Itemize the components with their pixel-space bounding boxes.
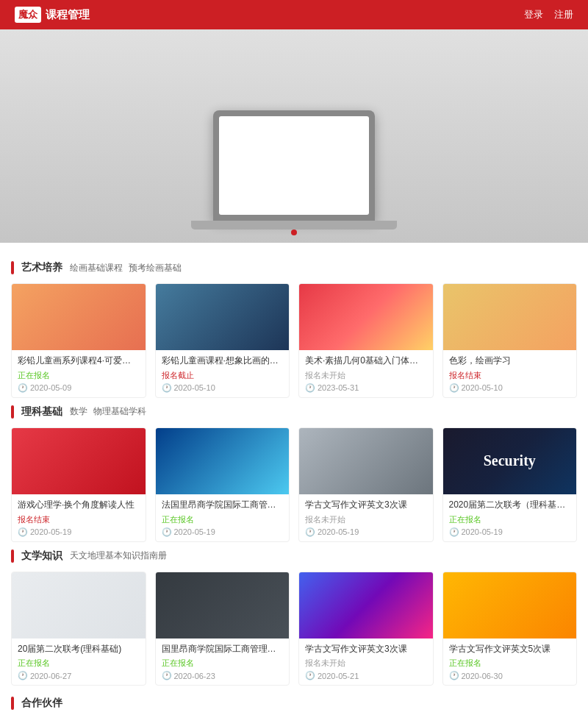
- course-status: 报名结束: [18, 514, 140, 525]
- course-status: 正在报名: [162, 514, 284, 525]
- course-card[interactable]: 彩铅儿童画课程·想象比画的像更有益 报名截止 🕐2020-05-10: [155, 283, 290, 398]
- course-card[interactable]: 学古文写作文评英文3次课 报名未开始 🕐2020-05-21: [298, 572, 434, 686]
- course-info: 彩铅儿童画系列课程4·可爱的玩具 正在报名 🕐2020-05-09: [12, 350, 146, 397]
- course-status: 报名未开始: [305, 658, 427, 669]
- course-card[interactable]: 色彩，绘画学习 报名结束 🕐2020-05-10: [442, 283, 578, 398]
- course-card[interactable]: Security 2020届第二次联考（理科基础） 正在报名 🕐2020-05-…: [442, 427, 578, 542]
- literature-tags: 天文地理基本知识指南册: [70, 549, 167, 562]
- course-date: 🕐2020-05-21: [305, 671, 427, 680]
- header-nav: 登录 注册: [524, 8, 573, 21]
- course-image: [156, 284, 290, 350]
- partners-header: 合作伙伴: [11, 697, 577, 710]
- course-date: 🕐2020-05-10: [162, 383, 284, 393]
- course-image: [299, 428, 433, 494]
- science-tag-1[interactable]: 物理基础学科: [93, 405, 146, 418]
- course-info: 游戏心理学·换个角度解读人性 报名结束 🕐2020-05-19: [12, 494, 146, 541]
- course-info: 20届第二次联考(理科基础) 正在报名 🕐2020-06-27: [12, 638, 146, 686]
- partners-section: 合作伙伴 NEW 魔众 活动报名 NEW 魔众 人才招聘 NEW 魔众 题库系统…: [11, 697, 577, 715]
- art-tag-0[interactable]: 绘画基础课程: [70, 262, 123, 274]
- literature-section-header: 文学知识 天文地理基本知识指南册: [11, 549, 577, 563]
- literature-tag-0[interactable]: 天文地理基本知识指南册: [70, 549, 167, 562]
- course-info: 2020届第二次联考（理科基础） 正在报名 🕐2020-05-19: [443, 494, 577, 541]
- science-section-header: 理科基础 数学 物理基础学科: [11, 405, 577, 419]
- banner-inner: [0, 29, 588, 243]
- science-section-title: 理科基础: [21, 405, 62, 419]
- science-tags: 数学 物理基础学科: [70, 405, 146, 418]
- course-title: 彩铅儿童画系列课程4·可爱的玩具: [18, 355, 140, 367]
- logo-text: 课程管理: [46, 8, 90, 22]
- section-bar-science: [11, 405, 14, 419]
- course-info: 学古文写作文评英文3次课 报名未开始 🕐2020-05-21: [299, 638, 433, 686]
- course-info: 学古文写作文评英文3次课 报名未开始 🕐2020-05-19: [299, 494, 433, 541]
- course-title: 国里昂商学院国际工商管理本科招生培...: [162, 643, 284, 655]
- literature-course-grid: 20届第二次联考(理科基础) 正在报名 🕐2020-06-27 国里昂商学院国际…: [11, 572, 577, 686]
- logo-area: 魔众 课程管理: [15, 7, 90, 23]
- course-card[interactable]: 美术·素描几何0基础入门体系课程 报名未开始 🕐2023-05-31: [298, 283, 434, 398]
- course-title: 彩铅儿童画课程·想象比画的像更有益: [162, 355, 284, 367]
- course-info: 国里昂商学院国际工商管理本科招生培... 正在报名 🕐2020-06-23: [156, 638, 290, 686]
- course-image: [12, 572, 146, 638]
- course-date: 🕐2020-05-19: [18, 527, 140, 537]
- course-date: 🕐2020-05-19: [162, 527, 284, 537]
- art-section-title: 艺术培养: [21, 261, 62, 274]
- course-image: [299, 284, 433, 350]
- course-status: 报名截止: [162, 370, 284, 381]
- course-card[interactable]: 20届第二次联考(理科基础) 正在报名 🕐2020-06-27: [11, 572, 146, 686]
- course-title: 美术·素描几何0基础入门体系课程: [305, 355, 427, 367]
- course-image: Security: [443, 428, 577, 494]
- science-tag-0[interactable]: 数学: [70, 405, 87, 418]
- literature-section-title: 文学知识: [21, 549, 62, 563]
- course-status: 正在报名: [449, 514, 571, 525]
- art-tag-1[interactable]: 预考绘画基础: [129, 262, 182, 274]
- course-info: 学古文写作文评英文5次课 正在报名 🕐2020-06-30: [443, 638, 577, 686]
- course-card[interactable]: 学古文写作文评英文5次课 正在报名 🕐2020-06-30: [442, 572, 578, 686]
- course-status: 正在报名: [449, 658, 571, 669]
- course-card[interactable]: 法国里昂商学院国际工商管理本科招生... 正在报名 🕐2020-05-19: [155, 427, 290, 542]
- art-tags: 绘画基础课程 预考绘画基础: [70, 262, 182, 274]
- login-link[interactable]: 登录: [524, 8, 543, 21]
- course-status: 报名结束: [449, 370, 571, 381]
- course-status: 报名未开始: [305, 514, 427, 525]
- course-title: 游戏心理学·换个角度解读人性: [18, 499, 140, 511]
- course-info: 美术·素描几何0基础入门体系课程 报名未开始 🕐2023-05-31: [299, 350, 433, 397]
- course-status: 正在报名: [18, 370, 140, 381]
- main-content: 艺术培养 绘画基础课程 预考绘画基础 彩铅儿童画系列课程4·可爱的玩具 正在报名…: [0, 243, 588, 715]
- course-info: 彩铅儿童画课程·想象比画的像更有益 报名截止 🕐2020-05-10: [156, 350, 290, 397]
- course-date: 🕐2023-05-31: [305, 383, 427, 393]
- course-status: 正在报名: [18, 658, 140, 669]
- course-title: 2020届第二次联考（理科基础）: [449, 499, 571, 511]
- banner: [0, 29, 588, 243]
- course-date: 🕐2020-05-10: [449, 383, 571, 393]
- register-link[interactable]: 注册: [554, 8, 573, 21]
- course-title: 色彩，绘画学习: [449, 355, 571, 367]
- section-bar-literature: [11, 549, 14, 563]
- course-status: 正在报名: [162, 658, 284, 669]
- course-date: 🕐2020-05-09: [18, 383, 140, 393]
- art-course-grid: 彩铅儿童画系列课程4·可爱的玩具 正在报名 🕐2020-05-09 彩铅儿童画课…: [11, 283, 577, 398]
- course-status: 报名未开始: [305, 370, 427, 381]
- banner-laptop-image: [213, 110, 375, 221]
- course-image: [12, 284, 146, 350]
- course-card[interactable]: 游戏心理学·换个角度解读人性 报名结束 🕐2020-05-19: [11, 427, 146, 542]
- course-title: 学古文写作文评英文5次课: [449, 643, 571, 655]
- course-image: [443, 284, 577, 350]
- course-title: 20届第二次联考(理科基础): [18, 643, 140, 655]
- course-info: 法国里昂商学院国际工商管理本科招生... 正在报名 🕐2020-05-19: [156, 494, 290, 541]
- course-card[interactable]: 学古文写作文评英文3次课 报名未开始 🕐2020-05-19: [298, 427, 434, 542]
- course-title: 学古文写作文评英文3次课: [305, 643, 427, 655]
- course-image: [443, 572, 577, 638]
- course-info: 色彩，绘画学习 报名结束 🕐2020-05-10: [443, 350, 577, 397]
- section-bar-art: [11, 261, 14, 274]
- logo-box: 魔众: [15, 7, 41, 23]
- course-date: 🕐2020-05-19: [305, 527, 427, 537]
- course-date: 🕐2020-06-30: [449, 671, 571, 680]
- course-image: [156, 572, 290, 638]
- partners-title: 合作伙伴: [21, 697, 62, 710]
- course-title: 法国里昂商学院国际工商管理本科招生...: [162, 499, 284, 511]
- art-section-header: 艺术培养 绘画基础课程 预考绘画基础: [11, 261, 577, 274]
- course-date: 🕐2020-06-23: [162, 671, 284, 680]
- course-card[interactable]: 国里昂商学院国际工商管理本科招生培... 正在报名 🕐2020-06-23: [155, 572, 290, 686]
- banner-dot: [291, 230, 297, 235]
- course-card[interactable]: 彩铅儿童画系列课程4·可爱的玩具 正在报名 🕐2020-05-09: [11, 283, 146, 398]
- course-image: [12, 428, 146, 494]
